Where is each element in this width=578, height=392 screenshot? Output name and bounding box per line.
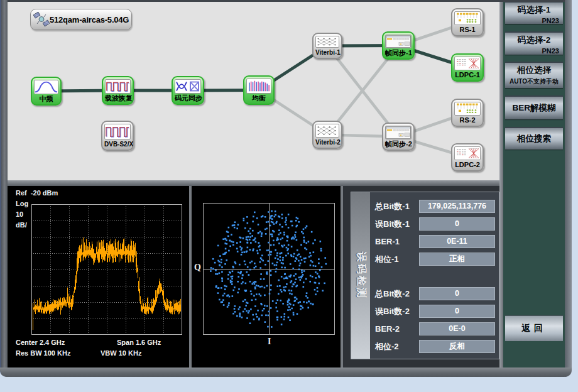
error-row-label: 相位-2 <box>375 340 399 353</box>
ref-label: Ref -20 dBm <box>16 189 58 197</box>
error-panel-side-strip: 误码检测 <box>351 192 370 359</box>
window-frame-top <box>0 0 572 2</box>
node-zhongpin[interactable]: 中频 <box>31 77 62 106</box>
error-row-label: BER-1 <box>375 235 400 248</box>
error-row-误Bit数-1: 误Bit数-10 <box>374 217 497 231</box>
sidebar-menu: 返回 码选择-1PN23码选择-2PN23相位选择AUTO不支持手动BER解模糊… <box>503 0 565 368</box>
node-label: 码元同步 <box>175 94 201 103</box>
error-row-总Bit数-1: 总Bit数-1179,025,113,776 <box>374 200 497 213</box>
db-per-div-value: 10 <box>16 210 23 218</box>
constellation-panel: Q I <box>192 186 341 368</box>
wave-icon <box>105 79 131 94</box>
node-rs-1[interactable]: RS-1 <box>451 8 484 36</box>
node-rs-2[interactable]: RS-2 <box>451 99 484 127</box>
eye-icon <box>175 79 201 94</box>
error-row-label: 误Bit数-2 <box>375 305 410 318</box>
sidebar-button-label: 码选择-2 <box>505 33 563 46</box>
content-sidebar-divider <box>499 0 503 368</box>
center-freq-label: Center 2.4 GHz <box>16 339 65 346</box>
rbw-label: Res BW 100 KHz <box>16 349 70 357</box>
node-ldpc-1[interactable]: LDPC-1 <box>451 53 484 82</box>
rs-icon <box>454 102 481 116</box>
window-frame-left <box>0 0 8 377</box>
spectrum-icon <box>34 80 58 94</box>
sidebar-button-sublabel: PN23 <box>505 46 563 55</box>
node-zhentongbu-1[interactable]: 帧同步-1 <box>382 31 415 60</box>
error-row-label: 总Bit数-1 <box>375 200 410 213</box>
error-row-value-field: 正相 <box>419 253 495 266</box>
error-panel-title: 误码检测 <box>354 252 368 300</box>
node-label: 帧同步-1 <box>385 48 412 58</box>
error-detection-panel: 误码检测 总Bit数-1179,025,113,776误Bit数-10BER-1… <box>343 186 499 368</box>
window-frame-right <box>565 0 572 377</box>
span-label: Span 1.6 GHz <box>117 339 161 346</box>
error-row-value-field: 0 <box>419 217 495 231</box>
log-label: Log <box>16 200 28 207</box>
signal-source-label: 512qam-aircas-5.04G <box>50 15 129 24</box>
error-row-相位-1: 相位-1正相 <box>374 253 497 266</box>
sidebar-button-label: 码选择-1 <box>505 3 563 16</box>
sidebar-button-相位搜索[interactable]: 相位搜索 <box>505 127 563 150</box>
window-frame-bottom <box>0 368 572 377</box>
node-viterbi-2[interactable]: Viterbi-2 <box>312 121 342 149</box>
sidebar-button-label: 相位选择 <box>505 63 563 76</box>
node-label: RS-1 <box>454 25 481 35</box>
error-row-误Bit数-2: 误Bit数-20 <box>374 305 497 318</box>
frame-icon <box>385 126 412 139</box>
node-zaibohuifu[interactable]: 载波恢复 <box>102 76 134 105</box>
ldpc-icon <box>454 146 481 160</box>
db-per-div-unit: dB/ <box>16 221 27 229</box>
spectrum-display <box>31 204 182 335</box>
node-junheng[interactable]: 均衡 <box>243 75 275 105</box>
node-zhentongbu-2[interactable]: 帧同步-2 <box>382 122 415 151</box>
error-row-label: 相位-1 <box>375 253 399 266</box>
error-row-label: 误Bit数-1 <box>375 217 410 231</box>
bars-icon <box>246 79 271 94</box>
error-row-value-field: 179,025,113,776 <box>419 200 495 213</box>
ldpc-icon <box>454 57 481 70</box>
node-ldpc-2[interactable]: LDPC-2 <box>451 143 484 172</box>
sidebar-button-相位选择[interactable]: 相位选择AUTO不支持手动 <box>505 62 563 88</box>
node-label: Viterbi-1 <box>315 48 339 57</box>
error-row-相位-2: 相位-2反相 <box>374 340 497 353</box>
sidebar-button-sublabel: AUTO不支持手动 <box>505 76 563 86</box>
error-row-value-field: 0 <box>419 287 495 300</box>
sidebar-button-码选择-2[interactable]: 码选择-2PN23 <box>505 31 563 55</box>
satellite-icon <box>33 12 50 27</box>
sidebar-button-BER解模糊[interactable]: BER解模糊 <box>505 95 563 119</box>
error-row-label: 总Bit数-2 <box>375 287 410 300</box>
rs-icon <box>454 11 481 25</box>
constellation-display <box>203 203 335 335</box>
horizontal-divider <box>8 180 499 186</box>
q-axis-label: Q <box>194 263 201 273</box>
error-row-value-field: 0E-11 <box>419 235 495 248</box>
sidebar-button-码选择-1[interactable]: 码选择-1PN23 <box>505 1 563 24</box>
i-axis-label: I <box>268 337 271 347</box>
node-label: RS-2 <box>454 116 481 125</box>
node-label: LDPC-1 <box>454 70 481 80</box>
error-row-value-field: 反相 <box>419 340 495 353</box>
vbw-label: VBW 10 KHz <box>101 349 141 357</box>
return-button[interactable]: 返回 <box>505 315 563 341</box>
node-dvb-s2x[interactable]: DVB-S2/X <box>101 121 134 151</box>
node-mayuantongbu[interactable]: 码元同步 <box>172 76 204 105</box>
node-label: 帧同步-2 <box>385 139 412 149</box>
node-label: 中频 <box>34 94 58 104</box>
trellis-icon <box>315 36 339 48</box>
error-detection-box: 误码检测 总Bit数-1179,025,113,776误Bit数-10BER-1… <box>351 192 499 359</box>
frame-icon <box>385 35 412 48</box>
trellis-icon <box>315 124 339 138</box>
sidebar-button-label: BER解模糊 <box>512 102 555 114</box>
node-label: DVB-S2/X <box>104 139 131 149</box>
error-row-label: BER-2 <box>375 322 400 335</box>
sidebar-button-sublabel: PN23 <box>505 16 563 24</box>
node-label: Viterbi-2 <box>315 138 339 147</box>
error-row-value-field: 0E-0 <box>419 322 495 335</box>
application-window: 512qam-aircas-5.04G 中频载波恢复码元同步均衡DVB-S2/X… <box>0 0 578 392</box>
signal-source-button[interactable]: 512qam-aircas-5.04G <box>30 9 132 30</box>
spectrum-panel: Ref -20 dBm Log 10 dB/ Center 2.4 GHz Sp… <box>8 186 189 368</box>
node-viterbi-1[interactable]: Viterbi-1 <box>312 33 342 59</box>
sidebar-button-label: 相位搜索 <box>517 133 551 144</box>
error-row-总Bit数-2: 总Bit数-20 <box>374 287 497 300</box>
error-row-value-field: 0 <box>419 305 495 318</box>
